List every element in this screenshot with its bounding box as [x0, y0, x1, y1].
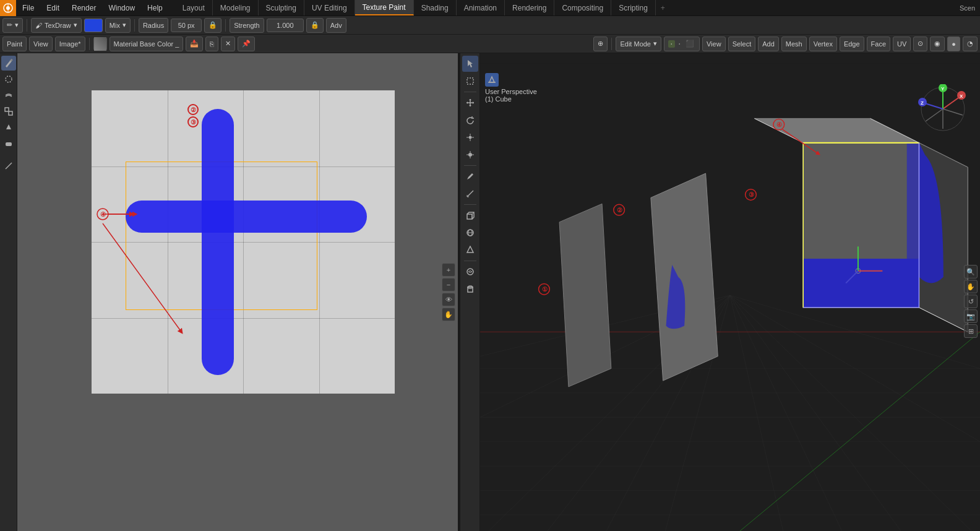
tab-scripting[interactable]: Scripting: [611, 0, 656, 15]
vp-orbit-btn[interactable]: ↺: [964, 295, 978, 308]
vp-separator-2: [464, 165, 476, 166]
clone-tool-btn[interactable]: [1, 104, 16, 119]
tab-uv-editing[interactable]: UV Editing: [304, 0, 355, 15]
erase-tool-btn[interactable]: [1, 136, 16, 151]
add-workspace-button[interactable]: +: [656, 0, 670, 15]
vp-xray-btn[interactable]: ◉: [930, 37, 945, 51]
3d-scene[interactable]: ① ② ③ ④: [480, 53, 980, 531]
menu-help[interactable]: Help: [141, 0, 169, 15]
viewport-left-toolbar: [460, 53, 480, 531]
image-pin-btn[interactable]: 📌: [238, 37, 255, 51]
svg-rect-6: [9, 111, 12, 115]
tab-shading[interactable]: Shading: [414, 0, 457, 15]
soften-tool-btn[interactable]: [1, 72, 16, 87]
strength-input[interactable]: [267, 19, 304, 32]
vp-mesh-btn[interactable]: Mesh: [781, 37, 807, 51]
image-menu-btn[interactable]: Image*: [55, 37, 85, 51]
face-mode-btn[interactable]: ⬛: [684, 40, 695, 48]
view-menu-btn[interactable]: View: [29, 37, 53, 51]
uv-view-btn[interactable]: 👁: [442, 293, 455, 306]
vp-camera-btn[interactable]: 📷: [964, 309, 978, 323]
color-swatch[interactable]: [84, 19, 103, 32]
vp-add-btn[interactable]: Add: [758, 37, 779, 51]
tab-texture-paint[interactable]: Texture Paint: [355, 0, 414, 15]
tab-animation[interactable]: Animation: [457, 0, 505, 15]
uv-canvas: ② ③ ④: [92, 90, 395, 394]
vp-mode-dropdown[interactable]: Edit Mode ▾: [616, 37, 661, 51]
vp-shading-solid[interactable]: ●: [947, 37, 960, 51]
vp-cylinder-btn[interactable]: [462, 281, 478, 297]
vp-rotate-btn[interactable]: [462, 112, 478, 128]
radius-label-btn: Radius: [139, 18, 168, 33]
svg-rect-15: [467, 78, 473, 84]
radius-input[interactable]: [171, 19, 202, 32]
vp-zoom-btn[interactable]: 🔍: [964, 265, 978, 278]
vp-move-btn[interactable]: [462, 95, 478, 111]
vp-edge-btn[interactable]: Edge: [840, 37, 864, 51]
uv-zoom-in-btn[interactable]: +: [442, 263, 455, 277]
image-close-btn[interactable]: ✕: [221, 37, 235, 51]
vp-measure-btn[interactable]: [462, 186, 478, 202]
grid-h2: [92, 242, 395, 243]
vp-face-btn[interactable]: Face: [867, 37, 890, 51]
draw-tool-btn[interactable]: [1, 56, 16, 71]
vp-select-btn[interactable]: Select: [728, 37, 756, 51]
uv-hand-btn[interactable]: ✋: [442, 308, 455, 321]
vp-front-view-btn[interactable]: ⊞: [964, 324, 978, 338]
vp-scale-btn[interactable]: [462, 129, 478, 145]
image-save-icon-btn[interactable]: 📥: [186, 37, 203, 51]
vp-pan-btn[interactable]: ✋: [964, 280, 978, 293]
radius-lock-btn[interactable]: 🔒: [204, 18, 221, 33]
uv-viewport[interactable]: ② ③ ④: [17, 53, 458, 531]
mesh-select-btns[interactable]: ⬝ ⬞ ⬛: [664, 37, 700, 51]
tab-compositing[interactable]: Compositing: [554, 0, 611, 15]
line-tool-btn[interactable]: [1, 158, 16, 173]
svg-point-4: [6, 76, 12, 82]
vp-uv-sphere-btn[interactable]: [462, 264, 478, 280]
edge-mode-btn[interactable]: ⬞: [676, 40, 683, 48]
tab-rendering[interactable]: Rendering: [505, 0, 554, 15]
mode-dropdown[interactable]: ✏ ▾: [2, 18, 23, 33]
vp-shading-rendered[interactable]: ◔: [963, 37, 978, 51]
blend-mode-dropdown[interactable]: Mix ▾: [105, 18, 131, 33]
svg-rect-5: [5, 108, 9, 111]
vp-transform-btn[interactable]: [462, 147, 478, 163]
vp-add-sphere-btn[interactable]: [462, 225, 478, 241]
brush-name: TexDraw: [45, 22, 71, 29]
vp-annotate-btn[interactable]: [462, 168, 478, 184]
vp-uv-btn[interactable]: UV: [893, 37, 911, 51]
paint-menu-btn[interactable]: Paint: [2, 37, 27, 51]
gizmo-btn[interactable]: ⊕: [593, 37, 608, 51]
brush-dropdown[interactable]: 🖌 TexDraw ▾: [31, 18, 82, 33]
vp-right-overlay: 🔍 ✋ ↺ 📷 ⊞: [961, 262, 980, 340]
vp-vertex-btn[interactable]: Vertex: [809, 37, 837, 51]
vp-select-btn-tool[interactable]: [462, 73, 478, 89]
tab-sculpting[interactable]: Sculpting: [259, 0, 304, 15]
menu-window[interactable]: Window: [102, 0, 141, 15]
menu-file[interactable]: File: [16, 0, 40, 15]
vp-cursor-btn[interactable]: [462, 56, 478, 72]
3d-viewport-panel[interactable]: ① ② ③ ④: [460, 53, 980, 531]
vp-add-cube-btn[interactable]: [462, 207, 478, 223]
uv-zoom-out-btn[interactable]: −: [442, 278, 455, 291]
grid-h1: [92, 166, 395, 167]
image-copy-btn[interactable]: ⎘: [205, 37, 218, 51]
smear-tool-btn[interactable]: [1, 88, 16, 103]
svg-text:④: ④: [776, 121, 782, 128]
vp-add-cone-btn[interactable]: [462, 242, 478, 258]
vp-view-btn[interactable]: View: [702, 37, 726, 51]
strength-lock-btn[interactable]: 🔒: [306, 18, 324, 33]
save-icon: 📥: [190, 40, 199, 48]
brush-dropdown-arrow: ▾: [74, 21, 77, 29]
menu-render[interactable]: Render: [66, 0, 102, 15]
tab-layout[interactable]: Layout: [175, 0, 213, 15]
image-thumbnail-btn[interactable]: [93, 37, 107, 51]
fill-tool-btn[interactable]: [1, 120, 16, 135]
navigation-gizmo[interactable]: X Y Z: [918, 84, 968, 134]
adv-btn[interactable]: Adv: [326, 18, 346, 33]
vertex-mode-btn[interactable]: ⬝: [668, 40, 675, 48]
image-name-btn[interactable]: Material Base Color _: [110, 37, 184, 51]
menu-edit[interactable]: Edit: [40, 0, 66, 15]
tab-modeling[interactable]: Modeling: [213, 0, 259, 15]
vp-overlay-btn[interactable]: ⊙: [913, 37, 927, 51]
